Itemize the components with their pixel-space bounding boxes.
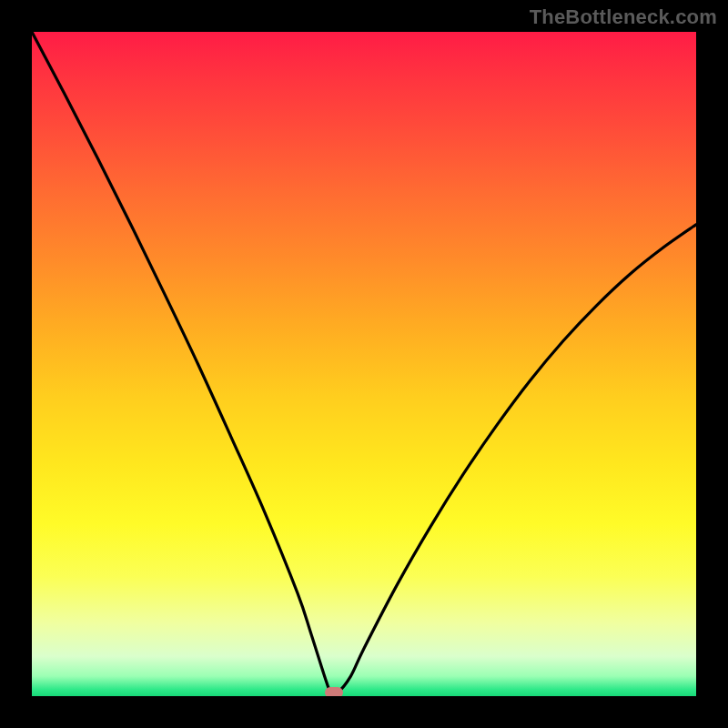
plot-area [32, 32, 696, 696]
chart-frame: TheBottleneck.com [0, 0, 728, 728]
curve-svg [32, 32, 696, 696]
watermark-text: TheBottleneck.com [530, 5, 717, 29]
bottleneck-curve [32, 32, 696, 695]
minimum-marker [325, 687, 343, 696]
